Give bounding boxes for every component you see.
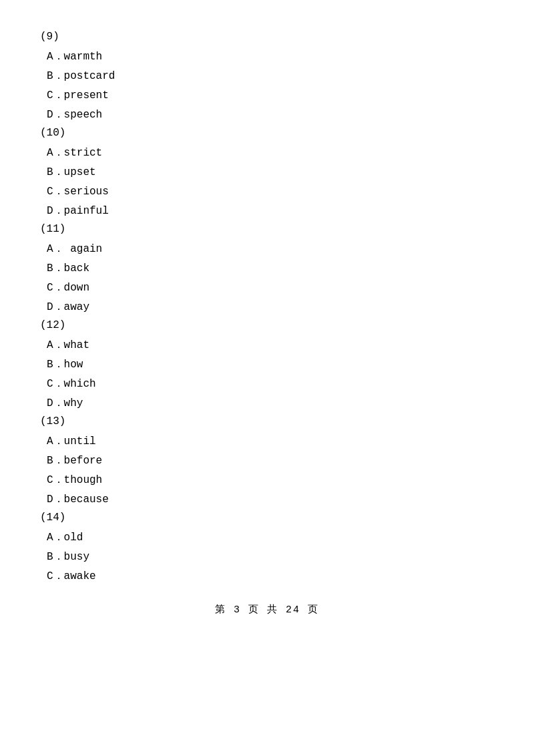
option-10-1: B．upset [40,165,494,179]
option-10-0: A．strict [40,146,494,160]
option-12-2: C．which [40,377,494,391]
option-13-1: B．before [40,453,494,467]
option-12-0: A．what [40,338,494,352]
option-13-0: A．until [40,434,494,448]
question-number-13: (13) [40,415,494,427]
option-11-3: D．away [40,300,494,314]
option-10-2: C．serious [40,184,494,198]
page-footer: 第 3 页 共 24 页 [40,603,494,616]
option-11-0: A． again [40,242,494,256]
option-9-2: C．present [40,88,494,102]
option-11-2: C．down [40,280,494,295]
option-10-3: D．painful [40,204,494,218]
option-9-3: D．speech [40,108,494,122]
option-14-1: B．busy [40,550,494,564]
option-13-2: C．though [40,473,494,487]
question-number-11: (11) [40,223,494,235]
option-14-0: A．old [40,530,494,544]
page-content: (9)A．warmthB．postcardC．presentD．speech(1… [40,31,494,583]
question-number-9: (9) [40,31,494,43]
question-number-14: (14) [40,512,494,524]
option-12-1: B．how [40,357,494,371]
option-12-3: D．why [40,396,494,410]
option-14-2: C．awake [40,569,494,583]
option-9-0: A．warmth [40,49,494,63]
option-13-3: D．because [40,492,494,506]
option-9-1: B．postcard [40,69,494,83]
option-11-1: B．back [40,261,494,275]
footer-text: 第 3 页 共 24 页 [215,604,319,616]
question-number-10: (10) [40,127,494,139]
question-number-12: (12) [40,319,494,331]
